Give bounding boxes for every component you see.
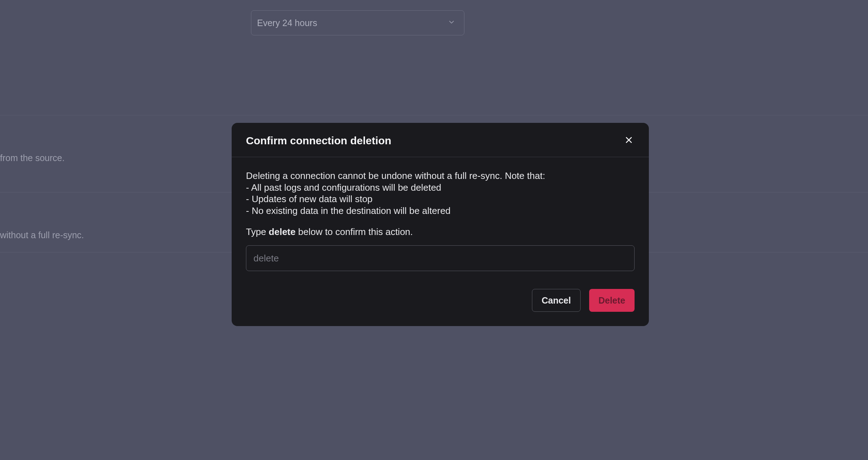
warning-intro: Deleting a connection cannot be undone w… (246, 170, 635, 182)
warning-text: Deleting a connection cannot be undone w… (246, 170, 635, 216)
close-button[interactable] (623, 134, 635, 147)
modal-body: Deleting a connection cannot be undone w… (232, 157, 649, 271)
close-icon (625, 136, 633, 145)
confirm-deletion-modal: Confirm connection deletion Deleting a c… (232, 123, 649, 326)
confirm-prompt: Type delete below to confirm this action… (246, 226, 635, 238)
confirm-input[interactable] (246, 245, 635, 271)
confirm-prompt-prefix: Type (246, 226, 269, 237)
confirm-prompt-keyword: delete (269, 226, 296, 237)
confirm-prompt-suffix: below to confirm this action. (296, 226, 413, 237)
warning-item: - All past logs and configurations will … (246, 182, 635, 194)
modal-footer: Cancel Delete (232, 271, 649, 326)
cancel-button[interactable]: Cancel (532, 289, 581, 312)
modal-header: Confirm connection deletion (232, 123, 649, 157)
modal-title: Confirm connection deletion (246, 135, 391, 147)
delete-button[interactable]: Delete (589, 289, 635, 312)
warning-item: - Updates of new data will stop (246, 193, 635, 205)
warning-item: - No existing data in the destination wi… (246, 205, 635, 217)
modal-overlay: Confirm connection deletion Deleting a c… (0, 0, 868, 460)
